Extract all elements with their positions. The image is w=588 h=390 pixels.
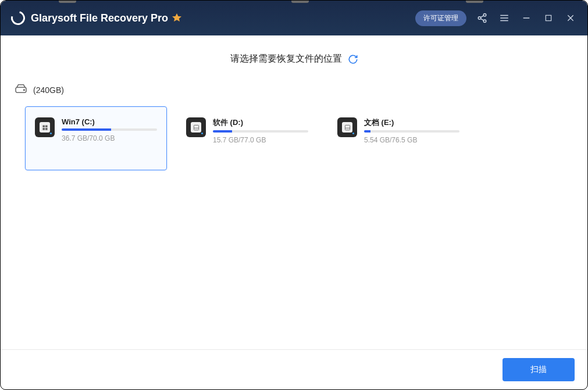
minimize-icon[interactable] (520, 12, 533, 24)
drive-usage-bar (213, 130, 308, 133)
drives-total-size: (240GB) (33, 85, 64, 95)
drive-icon (35, 117, 55, 137)
drive-usage-bar (62, 128, 157, 131)
drive-icon (337, 117, 357, 137)
drive-name: 软件 (D:) (213, 117, 308, 128)
maximize-icon[interactable] (542, 12, 555, 24)
svg-point-13 (24, 90, 25, 91)
svg-rect-9 (546, 15, 551, 20)
drive-card-c[interactable]: Win7 (C:)36.7 GB/70.0 GB (25, 106, 167, 170)
drive-card-e[interactable]: 文档 (E:)5.54 GB/76.5 GB (327, 106, 469, 170)
close-icon[interactable] (564, 12, 577, 24)
drive-grid: Win7 (C:)36.7 GB/70.0 GB软件 (D:)15.7 GB/7… (13, 106, 575, 170)
svg-point-2 (483, 20, 486, 23)
svg-line-3 (480, 16, 483, 17)
svg-rect-14 (194, 125, 198, 130)
footer: 扫描 (1, 349, 587, 389)
app-title: Glarysoft File Recovery Pro (31, 12, 181, 24)
drive-usage-text: 15.7 GB/77.0 GB (213, 136, 308, 144)
drive-icon (186, 117, 206, 137)
page-prompt: 请选择需要恢复文件的位置 (13, 53, 575, 65)
drive-usage-text: 5.54 GB/76.5 GB (364, 136, 459, 144)
svg-line-4 (480, 19, 483, 20)
drive-name: Win7 (C:) (62, 117, 157, 126)
pro-badge-icon (172, 13, 181, 22)
menu-icon[interactable] (498, 12, 511, 24)
title-bar: Glarysoft File Recovery Pro 许可证管理 (1, 1, 587, 35)
drive-card-d[interactable]: 软件 (D:)15.7 GB/77.0 GB (176, 106, 318, 170)
share-icon[interactable] (476, 12, 489, 24)
drive-name: 文档 (E:) (364, 117, 459, 128)
svg-point-1 (478, 17, 481, 20)
scan-button[interactable]: 扫描 (503, 358, 575, 381)
drives-section-header: (240GB) (13, 84, 575, 96)
drive-usage-bar (364, 130, 459, 133)
drive-usage-text: 36.7 GB/70.0 GB (62, 134, 157, 142)
refresh-icon[interactable] (348, 54, 358, 65)
license-management-button[interactable]: 许可证管理 (415, 10, 466, 26)
app-logo-icon (9, 9, 28, 28)
hard-drive-icon (15, 84, 27, 96)
svg-rect-16 (345, 125, 350, 130)
svg-point-0 (483, 14, 486, 17)
